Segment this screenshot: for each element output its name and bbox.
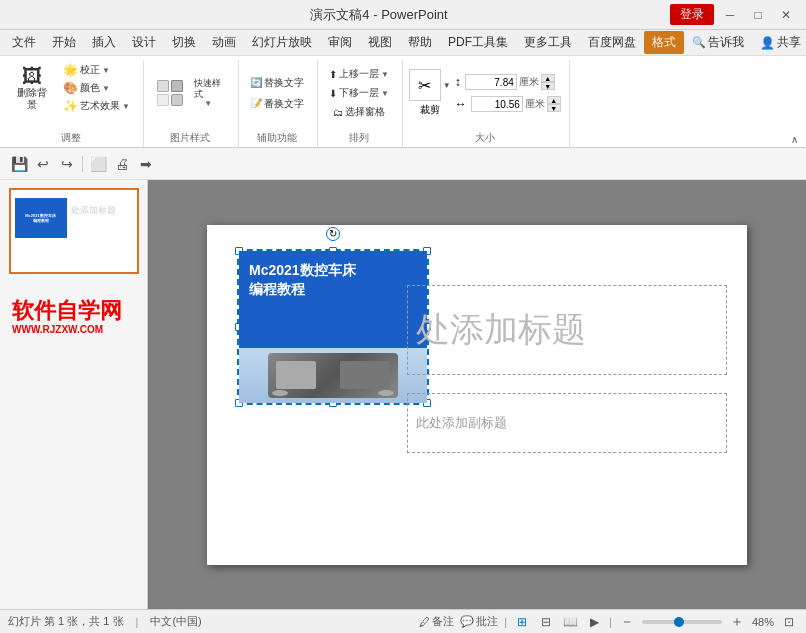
ribbon: 🖼 删除背景 🌟 校正▼ 🎨 颜色▼ ✨ 艺术效果▼ [0, 56, 806, 148]
menu-more[interactable]: 更多工具 [516, 31, 580, 54]
height-up[interactable]: ▲ [547, 96, 561, 104]
slide-thumbnail[interactable]: Mc2021数控车床编程教程 处添加标题 [9, 188, 139, 274]
slide-thumbnail-container: 1 Mc2021数控车床编程教程 处添加标题 [9, 188, 139, 274]
toolbar-separator [82, 156, 83, 172]
ribbon-group-picture-style: 快速样式 ▼ 图片样式 [146, 60, 239, 147]
height-spinner[interactable]: ▲ ▼ [547, 96, 561, 112]
zoom-level[interactable]: 48% [752, 616, 774, 628]
thumbnail-blue-box: Mc2021数控车床编程教程 [15, 198, 67, 238]
color-button[interactable]: 🎨 颜色▼ [58, 80, 135, 97]
main-area: 软件自学网 WWW.RJZXW.COM 1 Mc2021数控车床编程教程 处添加… [0, 180, 806, 609]
more-button[interactable]: ➡ [135, 153, 157, 175]
ribbon-group-crop: ✂ ▼ 裁剪 ↕ 厘米 ▲ ▼ [405, 60, 570, 147]
menu-view[interactable]: 视图 [360, 31, 400, 54]
quick-access-toolbar: 💾 ↩ ↪ ⬜ 🖨 ➡ [0, 148, 806, 180]
rotate-handle[interactable]: ↻ [326, 227, 340, 241]
remove-bg-button[interactable]: 🖼 删除背景 [8, 60, 56, 116]
menu-insert[interactable]: 插入 [84, 31, 124, 54]
zoom-out-button[interactable]: － [618, 613, 636, 631]
width-up[interactable]: ▲ [541, 74, 555, 82]
thumbnail-image: Mc2021数控车床编程教程 处添加标题 [11, 190, 137, 272]
size-group-label: 大小 [409, 128, 561, 145]
reading-view-button[interactable]: 📖 [561, 613, 579, 631]
menu-start[interactable]: 开始 [44, 31, 84, 54]
width-down[interactable]: ▼ [541, 82, 555, 90]
save-button[interactable]: 💾 [8, 153, 30, 175]
menu-bar: 文件 开始 插入 设计 切换 动画 幻灯片放映 审阅 视图 帮助 PDF工具集 … [0, 30, 806, 56]
canvas-area: ↻ Mc2021数控车床 编程教程 [148, 180, 806, 609]
slide-info: 幻灯片 第 1 张，共 1 张 [8, 614, 124, 629]
close-button[interactable]: ✕ [774, 5, 798, 25]
ribbon-group-arrange: ⬆ 上移一层▼ ⬇ 下移一层▼ 🗂 选择窗格 排列 [320, 60, 403, 147]
login-button[interactable]: 登录 [670, 4, 714, 25]
art-effect-button[interactable]: ✨ 艺术效果▼ [58, 98, 135, 115]
menu-baidu[interactable]: 百度网盘 [580, 31, 644, 54]
machine-graphic [239, 348, 427, 403]
selection-pane-button[interactable]: 🗂 选择窗格 [328, 104, 390, 121]
fit-window-button[interactable]: ⊡ [780, 613, 798, 631]
menu-share[interactable]: 👤共享 [752, 31, 806, 54]
status-separator1: | [136, 616, 139, 628]
status-bar: 幻灯片 第 1 张，共 1 张 | 中文(中国) 🖊备注 💬批注 | ⊞ ⊟ 📖… [0, 609, 806, 633]
menu-animation[interactable]: 动画 [204, 31, 244, 54]
status-right: 🖊备注 💬批注 | ⊞ ⊟ 📖 ▶ | － ＋ 48% ⊡ [419, 613, 798, 631]
menu-slideshow[interactable]: 幻灯片放映 [244, 31, 320, 54]
zoom-slider[interactable] [642, 620, 722, 624]
alt-text-button[interactable]: 📝 番换文字 [245, 95, 309, 112]
new-slide-button[interactable]: ⬜ [87, 153, 109, 175]
zoom-in-button[interactable]: ＋ [728, 613, 746, 631]
height-down[interactable]: ▼ [547, 104, 561, 112]
image-box[interactable]: ↻ Mc2021数控车床 编程教程 [237, 249, 429, 405]
restore-button[interactable]: □ [746, 5, 770, 25]
menu-help[interactable]: 帮助 [400, 31, 440, 54]
width-input[interactable] [465, 74, 517, 90]
ribbon-group-accessibility: 🔄 替换文字 📝 番换文字 辅助功能 [241, 60, 318, 147]
slideshow-button[interactable]: ▶ [585, 613, 603, 631]
replace-text-button[interactable]: 🔄 替换文字 [245, 74, 309, 91]
menu-file[interactable]: 文件 [4, 31, 44, 54]
correct-button[interactable]: 🌟 校正▼ [58, 62, 135, 79]
slide-sorter-button[interactable]: ⊟ [537, 613, 555, 631]
bring-forward-button[interactable]: ⬆ 上移一层▼ [324, 66, 394, 83]
minimize-button[interactable]: ─ [718, 5, 742, 25]
menu-pdf[interactable]: PDF工具集 [440, 31, 516, 54]
image-title: Mc2021数控车床 编程教程 [249, 261, 417, 300]
zoom-thumb[interactable] [674, 617, 684, 627]
window-title: 演示文稿4 - PowerPoint [88, 6, 670, 24]
title-placeholder[interactable]: 处添加标题 [407, 285, 727, 375]
menu-tell[interactable]: 🔍告诉我 [684, 31, 752, 54]
undo-button[interactable]: ↩ [32, 153, 54, 175]
ribbon-group-adjust: 🖼 删除背景 🌟 校正▼ 🎨 颜色▼ ✨ 艺术效果▼ [4, 60, 144, 147]
arrange-group-label: 排列 [324, 128, 394, 145]
image-content: Mc2021数控车床 编程教程 [239, 251, 427, 403]
rotate-icon: ↻ [329, 228, 337, 239]
menu-review[interactable]: 审阅 [320, 31, 360, 54]
height-input-row: ↔ 厘米 ▲ ▼ [455, 96, 561, 112]
send-backward-button[interactable]: ⬇ 下移一层▼ [324, 85, 394, 102]
picture-style-group-label: 图片样式 [150, 128, 230, 145]
collapse-ribbon-button[interactable]: ∧ [791, 134, 798, 145]
comments-button[interactable]: 💬批注 [460, 614, 498, 629]
subtitle-placeholder[interactable]: 此处添加副标题 [407, 393, 727, 453]
slide-panel: 1 Mc2021数控车床编程教程 处添加标题 [0, 180, 148, 609]
normal-view-button[interactable]: ⊞ [513, 613, 531, 631]
menu-format[interactable]: 格式 [644, 31, 684, 54]
crop-icon[interactable]: ✂ [409, 69, 441, 101]
notes-button[interactable]: 🖊备注 [419, 614, 454, 629]
quick-style-button[interactable]: 快速样式 ▼ [150, 65, 230, 121]
remove-bg-icon: 🖼 [22, 66, 42, 86]
redo-button[interactable]: ↪ [56, 153, 78, 175]
language-info: 中文(中国) [150, 614, 201, 629]
accessibility-group-label: 辅助功能 [245, 128, 309, 145]
width-input-row: ↕ 厘米 ▲ ▼ [455, 74, 561, 90]
title-bar-controls: 登录 ─ □ ✕ [670, 4, 798, 25]
adjust-group-label: 调整 [8, 128, 135, 145]
width-spinner[interactable]: ▲ ▼ [541, 74, 555, 90]
machine-shape [268, 353, 398, 398]
height-input[interactable] [471, 96, 523, 112]
slide-canvas[interactable]: ↻ Mc2021数控车床 编程教程 [207, 225, 747, 565]
title-bar: 演示文稿4 - PowerPoint 登录 ─ □ ✕ [0, 0, 806, 30]
print-button[interactable]: 🖨 [111, 153, 133, 175]
menu-transition[interactable]: 切换 [164, 31, 204, 54]
menu-design[interactable]: 设计 [124, 31, 164, 54]
